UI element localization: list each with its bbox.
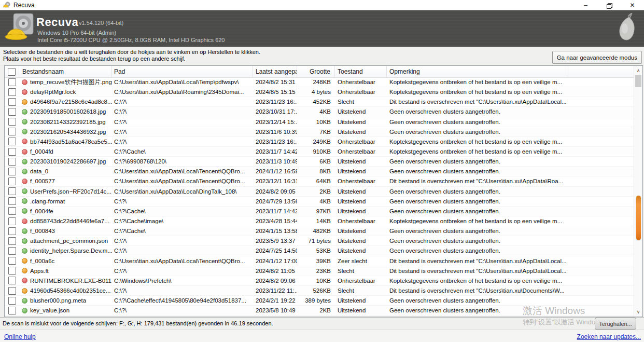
file-remark: Koptekstgegevens ontbreken of het bestan… xyxy=(387,148,568,155)
table-row[interactable]: 20230310190242286697.jpgC:\?\69908768\12… xyxy=(5,157,634,167)
check-updates-link[interactable]: Zoeken naar updates... xyxy=(577,333,641,340)
table-row[interactable]: 41960d545366c4d0b2351ce...C:\?\2023/11/2… xyxy=(5,286,634,296)
online-help-link[interactable]: Online hulp xyxy=(4,333,36,340)
hardware-info: Intel Core i5-7200U CPU @ 2.50GHz, 8.0GB… xyxy=(37,37,225,43)
status-dot-icon xyxy=(22,89,27,95)
file-size: 7KB xyxy=(297,129,335,135)
table-row[interactable]: f_000843C:\?\Cache\2024/1/15 13:58482KBU… xyxy=(5,226,634,236)
table-row[interactable]: key_value.jsonC:\?\2023/5/8 10:492KBUits… xyxy=(5,306,634,316)
table-row[interactable]: .clang-formatC:\?\2024/7/29 13:564KBUits… xyxy=(5,197,634,207)
file-condition: Uitstekend xyxy=(335,297,387,304)
table-row[interactable]: 20230919185001602618.jpgC:\?\2023/10/31 … xyxy=(5,107,634,117)
table-row[interactable]: 20230821143322392185.jpgC:\?\2023/12/14 … xyxy=(5,117,634,127)
table-row[interactable]: identity_helper.Sparse.Dev.m...C:\?\2024… xyxy=(5,246,634,256)
status-dot-icon xyxy=(22,308,27,313)
table-row[interactable]: bb744f93ad51a6ac478ca5e5...C:\?\2023/11/… xyxy=(5,137,634,147)
column-header-bestandsnaam[interactable]: Bestandsnaam xyxy=(19,66,112,77)
row-checkbox[interactable] xyxy=(8,168,16,175)
row-checkbox[interactable] xyxy=(8,108,16,116)
file-remark: Koptekstgegevens ontbreken of het bestan… xyxy=(387,278,568,284)
row-checkbox[interactable] xyxy=(8,307,16,314)
table-row[interactable]: d49646f9a7e2158c6e4ad8c8...C:\?\2023/11/… xyxy=(5,97,634,107)
file-path: C:\?\ xyxy=(112,139,253,145)
table-row[interactable]: blusher000.png.metaC:\?\Cache\effect\419… xyxy=(5,296,634,306)
table-row[interactable]: data_0C:\Users\tian.xu\AppData\Local\Ten… xyxy=(5,167,634,176)
file-name: 20230310190242286697.jpg xyxy=(30,158,106,165)
table-row[interactable]: UserPrefs.json~RF20c7d14c...C:\Users\tia… xyxy=(5,187,634,197)
table-row[interactable]: f_000577C:\Users\tian.xu\AppData\Local\T… xyxy=(5,176,634,186)
close-button[interactable]: ✕ xyxy=(621,0,644,10)
status-dot-icon xyxy=(22,79,27,85)
status-dot-icon xyxy=(22,228,27,234)
scroll-up-icon[interactable]: ∧ xyxy=(634,66,642,75)
column-header-laatst-aangepast[interactable]: Laatst aangepa... xyxy=(253,66,297,77)
table-row[interactable]: delayRptMgr.lockC:\Users\tian.xu\AppData… xyxy=(5,87,634,97)
column-header-pad[interactable]: Pad xyxy=(112,66,253,77)
status-dot-icon xyxy=(22,109,27,115)
header-select-all[interactable] xyxy=(5,66,19,77)
file-remark: Geen overschreven clusters aangetroffen. xyxy=(387,208,568,214)
table-row[interactable]: RUNTIMEBROKER.EXE-B011...C:\Windows\Pref… xyxy=(5,276,634,286)
row-checkbox[interactable] xyxy=(8,287,16,295)
minimize-button[interactable]: – xyxy=(574,0,597,10)
file-path: C:\?\ xyxy=(112,108,253,115)
file-path: C:\Users\tian.xu\AppData\Local\Tencent\Q… xyxy=(112,168,253,174)
scroll-down-icon[interactable]: ∨ xyxy=(634,308,642,316)
file-modified: 2023/12/1 16:31 xyxy=(253,178,297,184)
row-checkbox[interactable] xyxy=(8,177,16,185)
status-dot-icon xyxy=(22,268,27,273)
instruction-line-1: Selecteer de bestanden die u wilt terugh… xyxy=(3,49,260,55)
row-checkbox[interactable] xyxy=(8,257,16,265)
row-checkbox[interactable] xyxy=(8,207,16,215)
row-checkbox[interactable] xyxy=(8,148,16,156)
row-checkbox[interactable] xyxy=(8,227,16,235)
row-checkbox[interactable] xyxy=(8,118,16,126)
table-row[interactable]: f_0004feC:\?\Cache\2023/11/7 14:4297KBUi… xyxy=(5,207,634,216)
file-size: 8KB xyxy=(297,168,335,174)
table-row[interactable]: attachment_pc_common.jsonC:\?\2023/5/9 1… xyxy=(5,236,634,246)
row-checkbox[interactable] xyxy=(8,138,16,145)
table-row[interactable]: f_0004fdC:\?\Cache\2023/11/7 14:42910KBO… xyxy=(5,147,634,157)
table-row[interactable]: temp_recuve软件扫描图片.pngC:\Users\tian.xu\Ap… xyxy=(5,77,634,87)
row-checkbox[interactable] xyxy=(8,88,16,96)
restore-button[interactable] xyxy=(597,0,621,10)
row-checkbox[interactable] xyxy=(8,187,16,195)
column-header-opmerking[interactable]: Opmerking xyxy=(387,66,568,77)
row-checkbox[interactable] xyxy=(8,247,16,255)
advanced-mode-button[interactable]: Ga naar geavanceerde modus xyxy=(552,51,642,64)
row-checkbox[interactable] xyxy=(8,237,16,245)
recover-button[interactable]: Terughalen... xyxy=(595,318,636,330)
row-checkbox[interactable] xyxy=(8,297,16,305)
column-header-toestand[interactable]: Toestand xyxy=(335,66,387,77)
file-size: 64KB xyxy=(297,178,335,184)
file-path: C:\?\ xyxy=(112,238,253,244)
status-dot-icon xyxy=(22,238,27,244)
select-all-checkbox[interactable] xyxy=(8,68,16,76)
file-path: C:\?\Cache\ xyxy=(112,208,253,214)
file-condition: Uitstekend xyxy=(335,158,387,165)
file-path: C:\?\ xyxy=(112,248,253,254)
file-condition: Uitstekend xyxy=(335,188,387,195)
status-dot-icon xyxy=(22,179,27,184)
row-checkbox[interactable] xyxy=(8,277,16,284)
file-modified: 2024/8/2 11:05 xyxy=(253,268,297,274)
scrollbar-thumb[interactable] xyxy=(635,75,641,87)
row-checkbox[interactable] xyxy=(8,78,16,86)
vertical-scrollbar[interactable]: ∧ ∨ xyxy=(634,66,642,317)
table-row[interactable]: Apps.ftC:\?\2024/8/2 11:0523KBSlechtDit … xyxy=(5,266,634,276)
row-checkbox[interactable] xyxy=(8,158,16,166)
table-row[interactable]: f_000a6cC:\Users\tian.xu\AppData\Local\T… xyxy=(5,256,634,266)
status-dot-icon xyxy=(22,298,27,304)
file-condition: Onherstelbaar xyxy=(335,178,387,184)
table-row[interactable]: 20230216205434436932.jpgC:\?\2023/11/6 1… xyxy=(5,127,634,137)
row-checkbox[interactable] xyxy=(8,197,16,205)
row-checkbox[interactable] xyxy=(8,128,16,135)
row-checkbox[interactable] xyxy=(8,267,16,275)
file-path: C:\Users\tian.xu\AppData\Local\Temp\pdfw… xyxy=(112,79,253,85)
column-header-grootte[interactable]: Grootte xyxy=(297,66,335,77)
table-row[interactable]: dd858743dc22dd8446fe6a7...C:\?\Cache\ima… xyxy=(5,216,634,226)
orange-highlight-bar xyxy=(636,196,641,240)
row-checkbox[interactable] xyxy=(8,98,16,106)
row-checkbox[interactable] xyxy=(8,217,16,225)
file-modified: 2023/11/7 14:42 xyxy=(253,148,297,155)
